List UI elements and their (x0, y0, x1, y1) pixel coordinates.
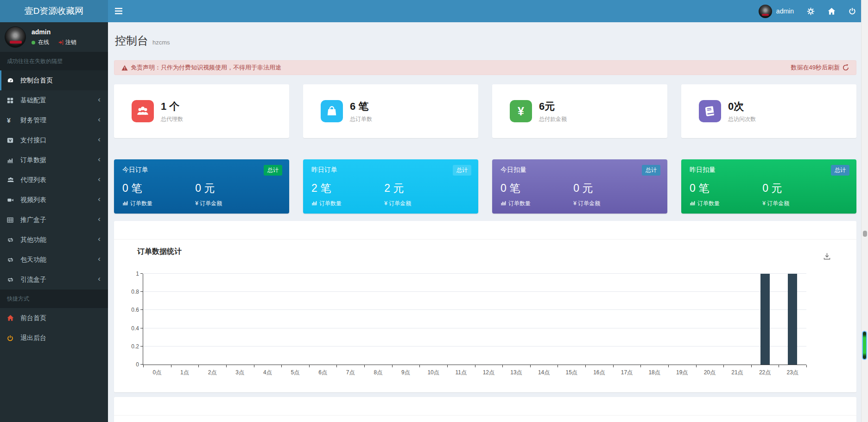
sidebar-item-label: 包天功能 (20, 256, 46, 264)
sidebar-item-base-config[interactable]: 基础配置‹ (0, 90, 108, 110)
x-axis-tick (309, 365, 310, 367)
x-axis-tick (419, 365, 420, 367)
sidebar-shortcut-header: 快捷方式 (0, 290, 108, 308)
sidebar-item-daily-pass[interactable]: 包天功能‹ (0, 250, 108, 270)
scrollbar-notch (863, 231, 867, 237)
summary-card-yesterday-orders: 昨日订单总计2 笔订单数量2 元¥ 订单金额 (303, 159, 478, 214)
stat-value: 6元 (539, 100, 567, 113)
sidebar-item-finance[interactable]: ¥财务管理‹ (0, 110, 108, 130)
gridline (143, 309, 806, 310)
x-tick-label: 19点 (676, 369, 688, 377)
sidebar-item-traffic-box[interactable]: 引流盒子‹ (0, 270, 108, 290)
chevron-left-icon: ‹ (98, 175, 101, 183)
stat-box-3: 0次总访问次数 (681, 84, 856, 138)
card-count-label: 订单数量 (130, 200, 152, 208)
x-tick-label: 8点 (374, 369, 382, 377)
sidebar-item-front-home[interactable]: 前台首页 (0, 308, 108, 328)
sidebar-item-dashboard[interactable]: 控制台首页 (0, 70, 108, 90)
x-tick-label: 11点 (455, 369, 466, 377)
card-amount: 2 元 (384, 181, 457, 195)
page-scrollbar[interactable] (861, 0, 868, 422)
card-title: 今日订单 (122, 166, 148, 173)
stat-label: 总订单数 (350, 115, 372, 123)
sidebar-item-other-features[interactable]: 其他功能‹ (0, 230, 108, 250)
card-count: 0 笔 (122, 181, 195, 195)
x-axis-tick (171, 365, 171, 367)
download-chart-icon[interactable] (823, 252, 831, 262)
sidebar-item-order-data[interactable]: 订单数据‹ (0, 150, 108, 170)
total-badge: 总计 (831, 165, 849, 176)
bag-icon (321, 100, 343, 122)
total-badge: 总计 (642, 165, 660, 176)
sidebar-item-label: 视频列表 (20, 196, 46, 204)
x-tick-label: 6点 (318, 369, 327, 377)
x-axis-tick (779, 365, 779, 367)
sidebar-item-agent-list[interactable]: 代理列表‹ (0, 170, 108, 190)
amount-chart-panel: 订单金额统计 (114, 397, 856, 422)
topbar-user-menu[interactable]: admin (759, 5, 794, 18)
x-axis-tick (585, 365, 586, 367)
x-tick-label: 18点 (648, 369, 660, 377)
x-axis-tick (447, 365, 448, 367)
chevron-left-icon: ‹ (98, 275, 101, 283)
y-tick-label: 0.6 (131, 307, 139, 313)
x-tick-label: 20点 (704, 369, 716, 377)
x-tick-label: 22点 (759, 369, 771, 377)
online-status-dot (32, 41, 35, 44)
sidebar-item-label: 前台首页 (20, 314, 46, 322)
card-amount-label: ¥ 订单金额 (573, 200, 600, 208)
x-axis-tick (640, 365, 641, 367)
online-status-label: 在线 (38, 38, 49, 46)
card-title: 今日扣量 (501, 166, 526, 173)
x-tick-label: 13点 (510, 369, 522, 377)
y-axis-tick (140, 328, 143, 328)
chevron-left-icon: ‹ (98, 155, 101, 163)
chevron-left-icon: ‹ (98, 115, 101, 123)
settings-gears-icon[interactable] (807, 7, 815, 15)
x-tick-label: 4点 (263, 369, 272, 377)
y-tick-label: 0 (136, 361, 139, 368)
gridline (143, 328, 806, 328)
power-icon[interactable] (849, 7, 856, 15)
sign-out-icon (57, 39, 63, 45)
x-axis-tick (392, 365, 393, 367)
hamburger-menu-icon[interactable] (108, 0, 129, 22)
x-axis-tick (198, 365, 199, 367)
sidebar-item-payment-api[interactable]: 支付接口‹ (0, 130, 108, 150)
x-tick-label: 16点 (593, 369, 605, 377)
chevron-left-icon: ‹ (98, 95, 101, 103)
x-axis-tick (254, 365, 254, 367)
y-tick-label: 0.8 (131, 289, 139, 295)
chart-bar-22点 (760, 274, 770, 365)
summary-card-today-orders: 今日订单总计0 笔订单数量0 元¥ 订单金额 (114, 159, 289, 214)
sidebar-item-exit-admin[interactable]: 退出后台 (0, 328, 108, 348)
card-count: 0 笔 (690, 181, 762, 195)
panel-header (114, 221, 856, 239)
stat-box-0: 1 个总代理数 (114, 84, 289, 138)
y-axis-tick (140, 309, 143, 310)
order-chart-panel: 订单数据统计 00.20.40.60.810点1点2点3点4点5点6点7点8点9… (114, 221, 856, 392)
sidebar-item-label: 其他功能 (20, 236, 46, 244)
sidebar-item-promo-box[interactable]: 推广盒子‹ (0, 210, 108, 230)
x-axis-tick (530, 365, 531, 367)
x-tick-label: 9点 (401, 369, 410, 377)
users-icon (132, 100, 154, 122)
order-bar-chart: 00.20.40.60.810点1点2点3点4点5点6点7点8点9点10点11点… (143, 274, 806, 365)
y-axis-tick (140, 273, 143, 274)
card-amount: 0 元 (573, 181, 646, 195)
retweet-icon (7, 237, 17, 243)
x-axis-tick (475, 365, 475, 367)
sidebar-item-video-list[interactable]: 视频列表‹ (0, 190, 108, 210)
page-subtitle: hzcms (152, 39, 170, 46)
chart-title: 订单数据统计 (137, 247, 856, 257)
stat-label: 总访问次数 (728, 115, 756, 123)
brand-logo[interactable]: 壹D资源收藏网 (0, 0, 108, 22)
scrollbar-thumb[interactable] (862, 331, 867, 360)
logout-link[interactable]: 注销 (57, 38, 76, 46)
x-axis-tick (364, 365, 365, 367)
refresh-icon[interactable] (843, 64, 849, 71)
disclaimer-text: 免责声明：只作为付费知识视频使用，不得用于非法用途 (131, 63, 281, 72)
stat-value: 1 个 (161, 100, 183, 113)
sidebar: admin 在线 注销 成功往往在失败的隔壁 控制台首页基础配置‹¥财务管理‹支… (0, 22, 108, 422)
home-icon[interactable] (828, 7, 836, 15)
